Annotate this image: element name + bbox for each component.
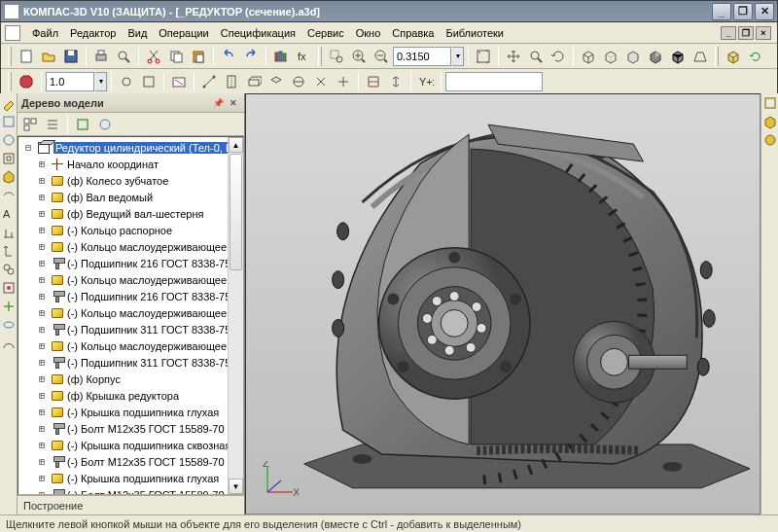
save-button[interactable] — [60, 46, 82, 67]
expand-toggle[interactable]: ⊞ — [36, 357, 48, 368]
tree-node[interactable]: ⊞Начало координат — [18, 156, 243, 172]
viewport-3d[interactable]: ZX — [245, 93, 760, 514]
scroll-thumb[interactable] — [230, 154, 242, 270]
tree-scrollbar[interactable]: ▲ ▼ — [228, 137, 243, 494]
minimize-button[interactable]: _ — [712, 3, 731, 20]
tool-12[interactable]: Y+x — [415, 71, 437, 92]
tool-5[interactable] — [243, 71, 265, 92]
menu-service[interactable]: Сервис — [301, 24, 350, 42]
tree-node[interactable]: ⊞(ф) Колесо зубчатое — [18, 172, 243, 189]
expand-toggle[interactable]: ⊞ — [36, 456, 48, 467]
refresh-button[interactable] — [745, 46, 766, 67]
expand-toggle[interactable]: ⊞ — [36, 208, 48, 219]
view-shaded-button[interactable] — [645, 46, 666, 67]
tree-node[interactable]: ⊞(-) Подшипник 216 ГОСТ 8338-75 — [18, 288, 243, 304]
side-tool-13[interactable] — [1, 317, 17, 333]
tool-7[interactable] — [288, 71, 309, 92]
expand-toggle[interactable]: ⊟ — [22, 142, 34, 153]
expand-toggle[interactable]: ⊞ — [36, 258, 48, 268]
undo-button[interactable] — [218, 46, 239, 67]
close-button[interactable]: ✕ — [755, 3, 774, 20]
view-hidden-button[interactable] — [600, 46, 621, 67]
tool-9[interactable] — [333, 71, 354, 92]
expand-toggle[interactable]: ⊞ — [36, 291, 48, 301]
tree-tool-2[interactable] — [42, 114, 63, 135]
model-tree[interactable]: ⊟Редуктор цилиндрический (Тел-0, К⊞Начал… — [18, 136, 244, 495]
side-tool-12[interactable] — [1, 299, 17, 314]
panel-pin-button[interactable]: 📌 — [211, 96, 225, 110]
rside-tool-1[interactable] — [762, 95, 778, 111]
expand-toggle[interactable]: ⊞ — [36, 225, 48, 235]
tool-8[interactable] — [310, 71, 332, 92]
tree-node[interactable]: ⊞(-) Крышка подшипника сквозная — [18, 437, 243, 453]
toolbar-grip[interactable] — [8, 72, 12, 91]
mdi-restore-button[interactable]: ❐ — [738, 26, 754, 40]
toolbar-grip[interactable] — [318, 47, 322, 66]
menu-libs[interactable]: Библиотеки — [440, 24, 510, 42]
tree-node[interactable]: ⊞(ф) Ведущий вал-шестерня — [18, 205, 243, 222]
tree-node[interactable]: ⊞(-) Кольцо маслоудерживающее — [18, 271, 243, 288]
sketch-button[interactable] — [168, 71, 190, 92]
side-tool-6[interactable] — [1, 188, 17, 203]
zoom-fit-button[interactable] — [473, 46, 494, 67]
tree-tool-1[interactable] — [19, 114, 41, 135]
zoom-input[interactable] — [393, 47, 451, 66]
zoom-in-button[interactable] — [348, 46, 370, 67]
expand-toggle[interactable]: ⊞ — [36, 192, 48, 202]
tool-4[interactable] — [221, 71, 242, 92]
library-button[interactable] — [270, 46, 292, 67]
tree-node[interactable]: ⊞(-) Подшипник 311 ГОСТ 8338-75 — [18, 354, 243, 371]
side-tool-2[interactable] — [1, 114, 17, 129]
maximize-button[interactable]: ❐ — [733, 3, 753, 20]
panel-tab[interactable]: Построение — [23, 500, 83, 512]
rside-tool-3[interactable] — [762, 132, 778, 148]
expand-toggle[interactable]: ⊞ — [36, 241, 48, 252]
tree-node[interactable]: ⊞(-) Подшипник 311 ГОСТ 8338-75 — [18, 321, 243, 337]
toolbar-grip[interactable] — [8, 47, 12, 66]
stroke-dropdown[interactable]: ▾ — [95, 72, 107, 91]
tool-11[interactable] — [385, 71, 407, 92]
expand-toggle[interactable]: ⊞ — [36, 307, 48, 318]
rotate-button[interactable] — [548, 46, 569, 67]
expand-toggle[interactable]: ⊞ — [36, 407, 48, 417]
view-iso-button[interactable] — [723, 46, 744, 67]
side-tool-11[interactable] — [1, 280, 17, 296]
tool-6[interactable] — [265, 71, 287, 92]
paste-button[interactable] — [188, 46, 209, 67]
side-tool-4[interactable] — [1, 151, 17, 166]
tree-node[interactable]: ⊞(-) Болт M12x35 ГОСТ 15589-70 — [18, 420, 243, 437]
tree-node[interactable]: ⊞(-) Кольцо маслоудерживающее — [18, 304, 243, 321]
coord-input[interactable] — [445, 72, 543, 91]
side-tool-3[interactable] — [1, 132, 17, 148]
expand-toggle[interactable]: ⊞ — [36, 423, 48, 434]
tree-node[interactable]: ⊞(ф) Корпус — [18, 371, 243, 387]
preview-button[interactable] — [113, 46, 134, 67]
side-tool-14[interactable] — [1, 336, 17, 351]
side-tool-10[interactable] — [1, 262, 17, 277]
side-tool-9[interactable] — [1, 243, 17, 259]
panel-close-button[interactable]: ✕ — [227, 96, 240, 110]
expand-toggle[interactable]: ⊞ — [36, 274, 48, 285]
variables-button[interactable]: fx — [293, 46, 314, 67]
new-button[interactable] — [16, 46, 37, 67]
mdi-close-button[interactable]: × — [756, 26, 771, 40]
open-button[interactable] — [38, 46, 59, 67]
menu-help[interactable]: Справка — [386, 24, 440, 42]
view-shaded-edges-button[interactable] — [667, 46, 689, 67]
view-wireframe-button[interactable] — [578, 46, 599, 67]
menu-view[interactable]: Вид — [122, 24, 153, 42]
scroll-down-button[interactable]: ▼ — [229, 479, 243, 494]
tool-2[interactable] — [138, 71, 159, 92]
expand-toggle[interactable]: ⊞ — [36, 489, 48, 494]
scroll-up-button[interactable]: ▲ — [229, 137, 243, 153]
copy-button[interactable] — [165, 46, 187, 67]
rside-tool-2[interactable] — [762, 114, 778, 129]
tree-node[interactable]: ⊞(-) Крышка подшипника глухая — [18, 404, 243, 420]
stroke-input[interactable] — [46, 72, 94, 91]
tree-node[interactable]: ⊞(-) Болт M12x35 ГОСТ 15589-70 — [18, 486, 243, 494]
cut-button[interactable] — [143, 46, 164, 67]
tree-node[interactable]: ⊞(-) Кольцо маслоудерживающее — [18, 238, 243, 255]
redo-button[interactable] — [240, 46, 262, 67]
tree-node[interactable]: ⊞(-) Кольцо распорное — [18, 222, 243, 238]
perspective-button[interactable] — [690, 46, 711, 67]
